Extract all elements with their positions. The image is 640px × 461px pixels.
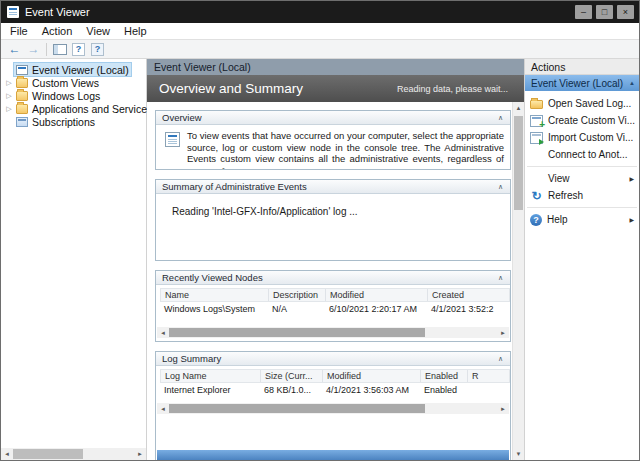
submenu-arrow-icon: ▶ <box>629 216 636 223</box>
window-title: Event Viewer <box>25 6 90 18</box>
admin-events-section-body: Reading 'Intel-GFX-Info/Application' log… <box>156 194 510 260</box>
results-pane: Event Viewer (Local) Overview and Summar… <box>147 59 525 460</box>
scrollbar-thumb[interactable] <box>514 116 523 210</box>
tree-item-subscriptions[interactable]: Subscriptions <box>1 115 146 128</box>
help-icon: ? <box>72 43 85 56</box>
scroll-right-arrow[interactable]: ► <box>134 448 146 460</box>
action-label: Open Saved Log... <box>548 98 631 109</box>
overview-section-header: Overview ∧ <box>156 111 510 125</box>
scroll-down-arrow[interactable]: ▼ <box>513 448 524 460</box>
tree-item-content: Custom Views <box>14 76 101 89</box>
column-header-name[interactable]: Name <box>161 289 269 301</box>
recent-nodes-section-body: Name Description Modified Created Window… <box>156 285 510 341</box>
scrollbar-track[interactable] <box>513 114 524 448</box>
tree-horizontal-scrollbar[interactable]: ◄ ► <box>1 448 146 460</box>
actions-pane-title: Actions <box>531 61 565 73</box>
recent-nodes-section-header: Recently Viewed Nodes ∧ <box>156 271 510 285</box>
action-label: Refresh <box>548 190 583 201</box>
column-header-modified[interactable]: Modified <box>326 289 428 301</box>
scroll-right-arrow[interactable]: ► <box>497 327 509 338</box>
tree-item-selection: Event Viewer (Local) <box>14 63 131 76</box>
tree-item-windows-logs[interactable]: ▷ Windows Logs <box>1 89 146 102</box>
action-connect-to-another-computer[interactable]: Connect to Anot... <box>525 146 639 163</box>
event-viewer-app-icon <box>7 6 19 18</box>
menu-file[interactable]: File <box>3 25 35 37</box>
log-summary-horizontal-scrollbar[interactable]: ◄ ► <box>157 403 509 414</box>
maximize-button[interactable]: □ <box>596 5 613 19</box>
column-header-created[interactable]: Created <box>428 289 510 301</box>
tree-item-custom-views[interactable]: ▷ Custom Views <box>1 76 146 89</box>
forward-button[interactable]: → <box>24 41 43 58</box>
menu-action[interactable]: Action <box>35 25 80 37</box>
collapse-button[interactable]: ∧ <box>494 355 507 363</box>
column-header-description[interactable]: Description <box>269 289 326 301</box>
partial-visible-row[interactable] <box>157 450 509 460</box>
scrollbar-track[interactable] <box>13 448 134 460</box>
scroll-left-arrow[interactable]: ◄ <box>157 403 169 414</box>
results-pane-title: Event Viewer (Local) <box>154 61 251 73</box>
section-title: Summary of Administrative Events <box>162 181 307 192</box>
context-help-button[interactable]: ? <box>88 41 107 58</box>
show-console-tree-button[interactable] <box>50 41 69 58</box>
context-help-icon: ? <box>91 43 104 56</box>
actions-group-event-viewer-local[interactable]: Event Viewer (Local) ▲ <box>525 75 639 91</box>
console-tree-icon <box>53 44 67 55</box>
cell-modified: 6/10/2021 2:20:17 AM <box>325 304 427 314</box>
action-import-custom-view[interactable]: Import Custom Vi... <box>525 129 639 146</box>
help-button[interactable]: ? <box>69 41 88 58</box>
expander-icon[interactable]: ▷ <box>4 102 14 115</box>
scrollbar-thumb[interactable] <box>169 328 425 337</box>
scrollbar-track[interactable] <box>169 327 497 338</box>
results-vertical-scrollbar[interactable]: ▲ ▼ <box>512 102 524 460</box>
actions-list: Open Saved Log... Create Custom Vi... Im… <box>525 91 639 460</box>
scrollbar-thumb[interactable] <box>13 449 83 459</box>
column-header-enabled[interactable]: Enabled <box>421 370 468 382</box>
admin-events-section-header: Summary of Administrative Events ∧ <box>156 180 510 194</box>
create-custom-view-icon <box>530 115 543 127</box>
scroll-left-arrow[interactable]: ◄ <box>157 327 169 338</box>
recent-nodes-horizontal-scrollbar[interactable]: ◄ ► <box>157 327 509 338</box>
cell-log-name: Internet Explorer <box>160 385 260 395</box>
collapse-button[interactable]: ∧ <box>494 114 507 122</box>
scroll-right-arrow[interactable]: ► <box>497 403 509 414</box>
banner-title: Overview and Summary <box>159 81 303 96</box>
action-open-saved-log[interactable]: Open Saved Log... <box>525 95 639 112</box>
tree-item-event-viewer-local[interactable]: Event Viewer (Local) <box>1 63 146 76</box>
overview-text: To view events that have occurred on you… <box>187 130 504 167</box>
refresh-icon: ↻ <box>530 190 543 202</box>
collapse-button[interactable]: ∧ <box>494 183 507 191</box>
actions-group-label: Event Viewer (Local) <box>531 78 623 89</box>
scrollbar-track[interactable] <box>169 403 497 414</box>
menu-view[interactable]: View <box>79 25 117 37</box>
column-header-retention[interactable]: R <box>468 370 510 382</box>
column-header-size[interactable]: Size (Curr... <box>261 370 323 382</box>
column-header-log-name[interactable]: Log Name <box>161 370 261 382</box>
action-create-custom-view[interactable]: Create Custom Vi... <box>525 112 639 129</box>
folder-icon <box>16 78 28 88</box>
action-refresh[interactable]: ↻ Refresh <box>525 187 639 204</box>
expander-icon[interactable]: ▷ <box>4 76 14 89</box>
cell-created: 4/1/2021 3:52:2 <box>427 304 510 314</box>
table-row[interactable]: Internet Explorer 68 KB/1.0... 4/1/2021 … <box>160 383 510 397</box>
tree-item-applications-and-services-logs[interactable]: ▷ Applications and Services Lo <box>1 102 146 115</box>
minimize-button[interactable]: – <box>575 5 592 19</box>
scrollbar-thumb[interactable] <box>169 404 425 413</box>
recent-nodes-table: Name Description Modified Created Window… <box>156 285 510 316</box>
forward-icon: → <box>28 42 40 56</box>
close-button[interactable]: × <box>617 5 634 19</box>
column-header-modified[interactable]: Modified <box>323 370 421 382</box>
tree-item-label: Subscriptions <box>32 116 95 128</box>
back-button[interactable]: ← <box>5 41 24 58</box>
log-summary-section-header: Log Summary ∧ <box>156 352 510 366</box>
menu-help[interactable]: Help <box>117 25 154 37</box>
scroll-up-arrow[interactable]: ▲ <box>513 102 524 114</box>
scroll-left-arrow[interactable]: ◄ <box>1 448 13 460</box>
action-help[interactable]: ? Help ▶ <box>525 211 639 228</box>
table-row[interactable]: Windows Logs\System N/A 6/10/2021 2:20:1… <box>160 302 510 316</box>
menu-bar: File Action View Help <box>1 23 639 40</box>
expander-icon[interactable]: ▷ <box>4 89 14 102</box>
collapse-button[interactable]: ∧ <box>494 274 507 282</box>
action-view[interactable]: View ▶ <box>525 170 639 187</box>
event-viewer-window: Event Viewer – □ × File Action View Help… <box>0 0 640 461</box>
tree-item-content: Applications and Services Lo <box>14 102 169 115</box>
